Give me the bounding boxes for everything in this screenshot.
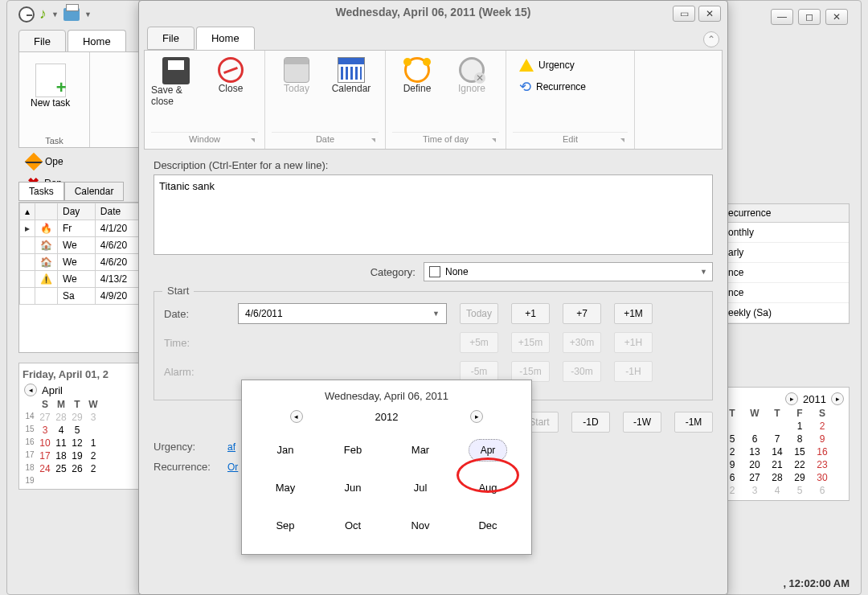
col-arrow[interactable]: ▴ [20, 203, 35, 220]
list-item[interactable]: onthly [722, 223, 849, 243]
list-item[interactable]: arly [722, 243, 849, 263]
day[interactable]: 27 [743, 471, 766, 484]
table-row[interactable]: ⚠️We4/13/2 [20, 271, 146, 288]
day[interactable]: 19 [69, 449, 85, 462]
plus-1m-button[interactable]: +1M [614, 303, 653, 324]
tab-file[interactable]: File [18, 30, 66, 53]
today-button[interactable]: Today [272, 54, 321, 94]
today-quick-button[interactable]: Today [460, 303, 498, 324]
day[interactable]: 23 [811, 458, 833, 471]
table-row[interactable]: ▸🔥Fr4/1/20 [20, 220, 146, 237]
day[interactable]: 1 [85, 437, 101, 449]
recurrence-link[interactable]: Or [227, 462, 238, 473]
day[interactable]: 5 [69, 424, 85, 437]
minimize-button[interactable]: ▭ [673, 6, 695, 22]
ignore-button[interactable]: Ignore [447, 54, 497, 94]
month-nov[interactable]: Nov [387, 507, 454, 544]
col-day[interactable]: Day [58, 203, 96, 220]
day[interactable]: 17 [37, 449, 53, 462]
collapse-ribbon-button[interactable]: ⌃ [703, 31, 719, 47]
day[interactable]: 22 [788, 458, 811, 471]
calendar-grid[interactable]: SMTW 142728293 15345 161011121 171718192… [23, 398, 151, 486]
maximize-button[interactable]: ◻ [798, 9, 821, 25]
day[interactable]: 9 [811, 433, 833, 445]
month-may[interactable]: May [252, 469, 319, 507]
tab-home[interactable]: Home [68, 30, 126, 53]
day[interactable]: 14 [766, 445, 788, 458]
day[interactable]: 2 [85, 449, 101, 462]
day[interactable]: 6 [811, 484, 833, 497]
table-row[interactable]: 🏠We4/6/20 [20, 254, 146, 271]
day[interactable]: 13 [743, 445, 766, 458]
minimize-button[interactable]: — [771, 9, 793, 25]
new-task-button[interactable]: New task [24, 57, 76, 115]
next-year-button[interactable]: ▸ [470, 410, 483, 423]
close-button[interactable]: Close [206, 54, 256, 94]
table-row[interactable]: Sa4/9/20 [20, 288, 146, 305]
tab-calendar[interactable]: Calendar [64, 182, 125, 201]
prev-year-button[interactable]: ◂ [290, 410, 303, 423]
printer-icon[interactable] [63, 8, 80, 21]
day[interactable]: 29 [69, 411, 85, 424]
day[interactable]: 3 [85, 411, 101, 424]
date-input[interactable]: 4/6/2011 ▼ [238, 303, 447, 324]
day[interactable]: 2 [85, 462, 101, 475]
minus-1d-button[interactable]: -1D [571, 412, 610, 433]
prev-month-button[interactable]: ◂ [24, 384, 37, 396]
open-button[interactable]: Ope [27, 155, 63, 168]
task-grid[interactable]: ▴ Day Date ▸🔥Fr4/1/20 🏠We4/6/20 🏠We4/6/2… [18, 202, 147, 353]
month-sep[interactable]: Sep [252, 507, 319, 544]
month-aug[interactable]: Aug [454, 469, 522, 507]
day[interactable]: 21 [766, 458, 788, 471]
day[interactable] [85, 424, 101, 437]
list-item[interactable]: eekly (Sa) [722, 303, 849, 323]
clock-icon[interactable] [18, 6, 35, 23]
table-row[interactable]: 🏠We4/6/20 [20, 237, 146, 254]
minus-1m-button[interactable]: -1M [674, 412, 713, 433]
close-button[interactable]: ✕ [698, 6, 721, 22]
tab-file[interactable]: File [147, 27, 194, 50]
description-input[interactable] [154, 174, 713, 255]
urgency-link[interactable]: af [227, 441, 235, 453]
list-item[interactable]: nce [722, 283, 849, 303]
define-button[interactable]: Define [392, 54, 442, 94]
tab-home[interactable]: Home [196, 27, 255, 50]
day[interactable]: 25 [53, 462, 69, 475]
month-feb[interactable]: Feb [319, 431, 387, 469]
category-select[interactable]: None ▼ [424, 262, 713, 281]
day[interactable]: 5 [788, 484, 811, 497]
month-jan[interactable]: Jan [252, 431, 319, 469]
dropdown-icon[interactable]: ▼ [51, 10, 59, 18]
music-icon[interactable]: ♪ [39, 6, 47, 23]
day[interactable]: 3 [37, 424, 53, 437]
day[interactable]: 6 [743, 433, 766, 445]
month-jun[interactable]: Jun [319, 469, 387, 507]
picker-year[interactable]: 2012 [375, 411, 399, 423]
month-dec[interactable]: Dec [454, 507, 522, 544]
day[interactable]: 16 [811, 445, 833, 458]
day[interactable]: 20 [743, 458, 766, 471]
day[interactable]: 28 [766, 471, 788, 484]
day[interactable] [743, 420, 766, 433]
day[interactable]: 12 [69, 437, 85, 449]
day[interactable]: 28 [53, 411, 69, 424]
col-icon[interactable] [35, 203, 58, 220]
month-oct[interactable]: Oct [319, 507, 387, 544]
day[interactable]: 15 [788, 445, 811, 458]
day[interactable]: 18 [53, 449, 69, 462]
plus-7-button[interactable]: +7 [563, 303, 601, 324]
calendar-button[interactable]: Calendar [326, 54, 376, 94]
plus-1-button[interactable]: +1 [511, 303, 550, 324]
day[interactable]: 4 [766, 484, 788, 497]
tab-tasks[interactable]: Tasks [18, 182, 64, 201]
next-view-button[interactable]: ▸ [785, 392, 798, 405]
month-jul[interactable]: Jul [387, 469, 454, 507]
next-year-button[interactable]: ▸ [831, 392, 844, 405]
day[interactable]: 27 [37, 411, 53, 424]
day[interactable] [766, 420, 788, 433]
list-item[interactable]: nce [722, 263, 849, 283]
day[interactable]: 29 [788, 471, 811, 484]
month-mar[interactable]: Mar [387, 431, 454, 469]
recurrence-button[interactable]: ⟲Recurrence [519, 78, 621, 96]
close-button[interactable]: ✕ [825, 9, 848, 25]
